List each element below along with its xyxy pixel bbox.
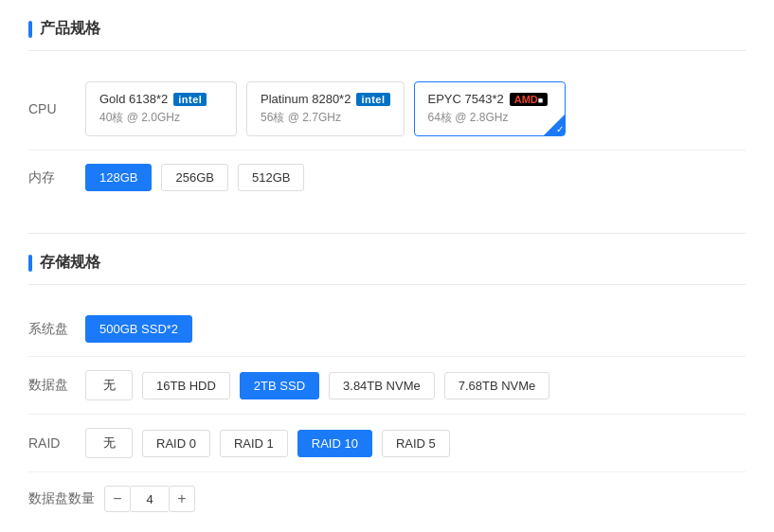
system-disk-btn-500gb[interactable]: 500GB SSD*2	[85, 315, 192, 343]
page-wrapper: 产品规格 CPU Gold 6138*2 intel 40核 @ 2.0GHz …	[0, 0, 774, 532]
data-disk-btn-768tb-nvme[interactable]: 7.68TB NVMe	[444, 372, 550, 399]
system-disk-label: 系统盘	[28, 321, 85, 338]
cpu-label: CPU	[28, 101, 85, 116]
intel-badge-gold6138: intel	[173, 93, 207, 106]
cpu-model-gold6138: Gold 6138*2	[99, 92, 168, 106]
raid-btn-5[interactable]: RAID 5	[382, 430, 450, 457]
data-disk-options: 无 16TB HDD 2TB SSD 3.84TB NVMe 7.68TB NV…	[85, 370, 549, 400]
intel-badge-platinum8280: intel	[356, 93, 389, 106]
section-divider	[28, 233, 746, 234]
data-disk-btn-16tb-hdd[interactable]: 16TB HDD	[142, 372, 230, 399]
cpu-options: Gold 6138*2 intel 40核 @ 2.0GHz Platinum …	[85, 81, 566, 136]
cpu-card-platinum8280[interactable]: Platinum 8280*2 intel 56核 @ 2.7GHz	[246, 81, 405, 136]
cpu-detail-epyc7543: 64核 @ 2.8GHz	[428, 110, 551, 126]
cpu-name-gold6138: Gold 6138*2 intel	[99, 92, 223, 106]
selected-check-icon	[544, 115, 565, 135]
cpu-card-epyc7543[interactable]: EPYC 7543*2 AMD■ 64核 @ 2.8GHz	[414, 81, 566, 136]
data-disk-btn-384tb-nvme[interactable]: 3.84TB NVMe	[329, 372, 435, 399]
cpu-detail-platinum8280: 56核 @ 2.7GHz	[261, 110, 390, 126]
storage-spec-section: 存储规格 系统盘 500GB SSD*2 数据盘 无 16TB HDD 2TB …	[28, 253, 746, 525]
raid-row: RAID 无 RAID 0 RAID 1 RAID 10 RAID 5	[28, 415, 746, 472]
memory-options: 128GB 256GB 512GB	[85, 164, 304, 191]
memory-btn-256gb[interactable]: 256GB	[161, 164, 227, 191]
raid-label: RAID	[28, 435, 85, 451]
raid-btn-0[interactable]: RAID 0	[142, 430, 210, 457]
cpu-name-platinum8280: Platinum 8280*2 intel	[261, 92, 390, 106]
raid-options: 无 RAID 0 RAID 1 RAID 10 RAID 5	[85, 428, 450, 458]
system-disk-options: 500GB SSD*2	[85, 315, 192, 343]
cpu-detail-gold6138: 40核 @ 2.0GHz	[99, 110, 223, 126]
raid-btn-1[interactable]: RAID 1	[220, 430, 288, 457]
disk-count-decrement[interactable]: −	[104, 486, 131, 512]
disk-count-options: − 4 +	[104, 486, 195, 512]
data-disk-btn-2tb-ssd[interactable]: 2TB SSD	[240, 372, 319, 399]
product-spec-section: 产品规格 CPU Gold 6138*2 intel 40核 @ 2.0GHz …	[28, 19, 746, 204]
cpu-model-platinum8280: Platinum 8280*2	[261, 92, 351, 106]
memory-row: 内存 128GB 256GB 512GB	[28, 151, 746, 204]
raid-btn-none[interactable]: 无	[85, 428, 133, 458]
disk-count-stepper: − 4 +	[104, 486, 195, 512]
data-disk-btn-none[interactable]: 无	[85, 370, 133, 400]
cpu-name-epyc7543: EPYC 7543*2 AMD■	[428, 92, 551, 106]
disk-count-label: 数据盘数量	[28, 490, 104, 507]
raid-btn-10[interactable]: RAID 10	[297, 430, 372, 457]
data-disk-label: 数据盘	[28, 377, 85, 394]
system-disk-row: 系统盘 500GB SSD*2	[28, 302, 746, 357]
amd-badge-epyc7543: AMD■	[510, 93, 549, 106]
memory-label: 内存	[28, 169, 85, 186]
memory-btn-128gb[interactable]: 128GB	[85, 164, 152, 191]
cpu-model-epyc7543: EPYC 7543*2	[428, 92, 504, 106]
memory-btn-512gb[interactable]: 512GB	[238, 164, 304, 191]
storage-spec-title: 存储规格	[28, 253, 746, 285]
data-disk-row: 数据盘 无 16TB HDD 2TB SSD 3.84TB NVMe 7.68T…	[28, 357, 746, 415]
cpu-row: CPU Gold 6138*2 intel 40核 @ 2.0GHz Plati…	[28, 68, 746, 151]
disk-count-row: 数据盘数量 − 4 +	[28, 472, 746, 525]
disk-count-value: 4	[131, 486, 169, 512]
cpu-card-gold6138[interactable]: Gold 6138*2 intel 40核 @ 2.0GHz	[85, 81, 237, 136]
product-spec-title: 产品规格	[28, 19, 746, 51]
disk-count-increment[interactable]: +	[169, 486, 195, 512]
